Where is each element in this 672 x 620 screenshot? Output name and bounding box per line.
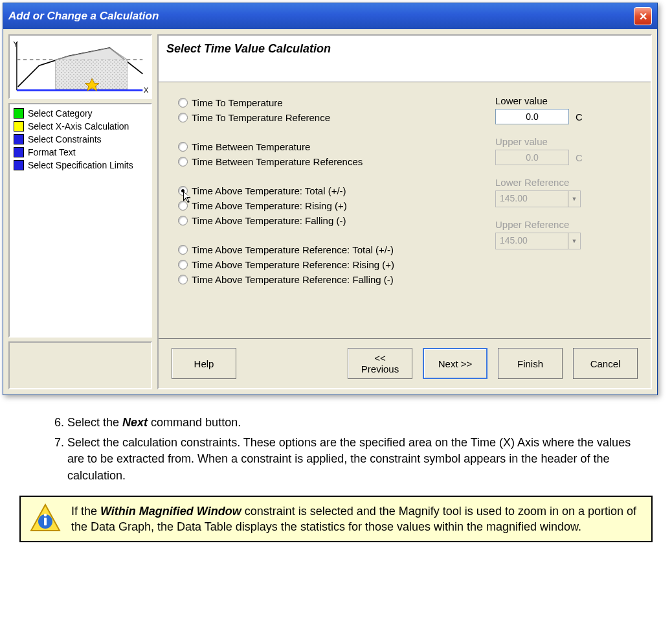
step-label: Select Category [28,108,93,119]
step-color-swatch [14,121,24,132]
step-color-swatch [14,160,24,170]
radio-button-icon[interactable] [178,98,188,108]
svg-rect-14 [44,518,47,525]
next-keyword: Next [122,416,148,429]
upper-reference-label: Upper Reference [495,219,631,230]
radio-label: Time Above Temperature: Falling (-) [192,215,346,226]
left-panel: Y X [8,34,152,389]
wizard-graph-thumbnail: Y X [8,34,152,99]
cancel-button[interactable]: Cancel [573,348,638,379]
next-button[interactable]: Next >> [423,348,487,379]
svg-text:Y: Y [13,40,18,48]
lower-reference-field: Lower Reference 145.00 ▼ [495,177,631,207]
radio-button-icon[interactable] [178,275,188,284]
radio-option[interactable]: Time Above Temperature: Total (+/-) [178,183,476,198]
lower-value-label: Lower value [495,95,631,106]
radio-option[interactable]: Time To Temperature Reference [178,110,476,125]
radio-label: Time Between Temperature References [192,156,363,167]
lower-value-input[interactable] [495,109,569,124]
radio-label: Time Above Temperature Reference: Rising… [192,259,394,270]
upper-reference-field: Upper Reference 145.00 ▼ [495,219,631,249]
wizard-step-item[interactable]: Select Specification Limits [11,159,150,172]
step-color-swatch [14,134,24,144]
panel-content: Time To TemperatureTime To Temperature R… [159,82,651,338]
radio-option[interactable]: Time Above Temperature Reference: Fallin… [178,272,476,287]
radio-button-icon[interactable] [178,113,188,122]
radio-button-icon[interactable] [178,260,188,270]
panel-heading: Select Time Value Calculation [159,36,651,82]
radio-button-icon[interactable] [178,186,188,196]
radio-group: Time Above Temperature: Total (+/-)Time … [178,183,476,228]
svg-text:X: X [144,86,149,94]
wizard-steps-list: Select CategorySelect X-Axis Calculation… [8,103,152,338]
radio-label: Time Between Temperature [192,141,310,152]
radio-label: Time Above Temperature: Total (+/-) [192,185,346,196]
step-label: Select Specification Limits [28,160,133,170]
value-column: Lower value C Upper value C [495,95,631,325]
note-text: If the Within Magnified Window constrain… [71,503,642,535]
instruction-step-6: Select the Next command button. [67,415,633,431]
wizard-step-item[interactable]: Format Text [11,146,150,159]
radio-label: Time Above Temperature: Rising (+) [192,200,347,211]
lower-reference-label: Lower Reference [495,177,631,188]
wizard-step-item[interactable]: Select Category [11,107,150,120]
upper-value-unit: C [576,152,583,163]
radio-label: Time Above Temperature Reference: Total … [192,244,394,255]
radio-option[interactable]: Time Above Temperature Reference: Total … [178,242,476,257]
radio-group: Time Above Temperature Reference: Total … [178,242,476,287]
upper-value-input [495,150,569,165]
lower-reference-value: 145.00 [496,191,568,207]
wizard-step-item[interactable]: Select Constraints [11,133,150,146]
radio-button-icon[interactable] [178,142,188,152]
finish-button[interactable]: Finish [498,348,563,379]
instruction-step-7: Select the calculation constraints. Thes… [67,435,633,484]
radio-option[interactable]: Time Between Temperature References [178,154,476,169]
radio-option[interactable]: Time Above Temperature Reference: Rising… [178,257,476,272]
radio-column: Time To TemperatureTime To Temperature R… [178,95,476,325]
note-box: If the Within Magnified Window constrain… [19,496,653,543]
upper-value-field: Upper value C [495,136,631,165]
radio-label: Time Above Temperature Reference: Fallin… [192,274,394,285]
chevron-down-icon: ▼ [568,191,580,207]
radio-group: Time To TemperatureTime To Temperature R… [178,95,476,125]
upper-value-label: Upper value [495,136,631,147]
upper-reference-value: 145.00 [496,233,568,249]
within-magnified-window-keyword: Within Magnified Window [100,505,241,518]
step-label: Format Text [28,147,76,157]
svg-point-15 [44,514,47,516]
radio-label: Time To Temperature Reference [192,112,330,123]
step-color-swatch [14,108,24,119]
radio-option[interactable]: Time Above Temperature: Rising (+) [178,198,476,213]
help-button[interactable]: Help [172,348,236,379]
dialog-window: Add or Change a Calculation ✕ Y X [3,3,658,395]
upper-reference-combo: 145.00 ▼ [495,233,581,249]
close-button[interactable]: ✕ [634,7,652,25]
title-bar: Add or Change a Calculation ✕ [3,3,657,29]
window-title: Add or Change a Calculation [8,10,159,23]
step-color-swatch [14,147,24,157]
radio-button-icon[interactable] [178,201,188,211]
button-row: Help << Previous Next >> Finish Cancel [159,338,651,388]
lower-value-unit: C [576,111,583,122]
lower-reference-combo: 145.00 ▼ [495,190,581,207]
step-label: Select X-Axis Calculation [28,121,129,132]
radio-button-icon[interactable] [178,245,188,255]
wizard-step-item[interactable]: Select X-Axis Calculation [11,120,150,133]
right-panel: Select Time Value Calculation Time To Te… [157,34,652,389]
radio-option[interactable]: Time To Temperature [178,95,476,110]
radio-label: Time To Temperature [192,97,283,108]
dialog-body: Y X [3,29,657,395]
preview-box [8,341,152,389]
radio-button-icon[interactable] [178,157,188,166]
radio-button-icon[interactable] [178,216,188,225]
radio-group: Time Between TemperatureTime Between Tem… [178,139,476,169]
instructions-section: Select the Next command button. Select t… [52,415,633,484]
close-icon: ✕ [639,10,647,23]
radio-option[interactable]: Time Between Temperature [178,139,476,154]
info-warning-icon [30,503,61,534]
lower-value-field: Lower value C [495,95,631,124]
radio-option[interactable]: Time Above Temperature: Falling (-) [178,213,476,228]
chevron-down-icon: ▼ [568,233,580,249]
step-label: Select Constraints [28,134,102,144]
previous-button[interactable]: << Previous [348,348,412,379]
